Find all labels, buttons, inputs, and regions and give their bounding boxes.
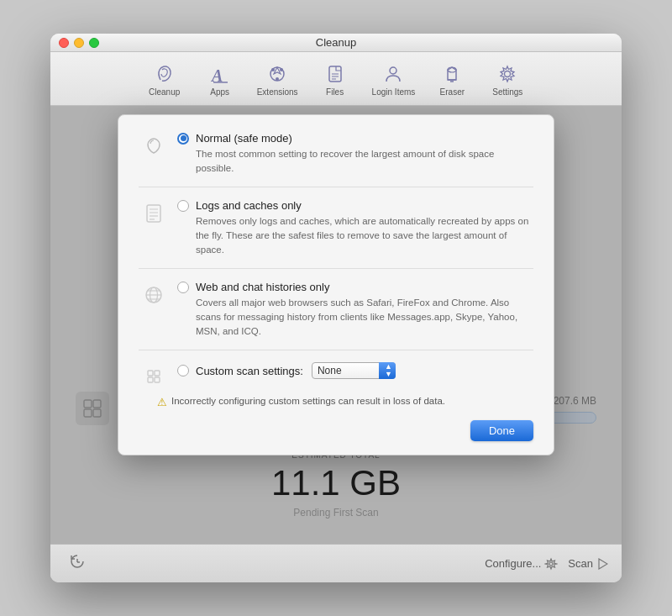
radio-logs[interactable] <box>177 200 189 212</box>
bottom-bar: Configure... Scan <box>50 544 622 582</box>
option-normal-body: Normal (safe mode) The most common setti… <box>177 132 533 175</box>
toolbar-label-apps: Apps <box>210 87 229 97</box>
toolbar-item-files[interactable]: Files <box>308 59 362 100</box>
toolbar: Cleanup A Apps Extensions <box>50 52 622 106</box>
svg-point-14 <box>505 71 511 77</box>
configure-icon <box>544 557 558 571</box>
warning-text: Incorrectly configuring custom settings … <box>171 396 445 406</box>
modal-footer: Done <box>139 420 533 441</box>
custom-select-wrapper: None Custom 1 Custom 2 ▲ ▼ <box>312 362 396 379</box>
custom-icon <box>139 364 169 389</box>
window-title: Cleanup <box>316 36 356 49</box>
toolbar-label-eraser: Eraser <box>440 87 465 97</box>
radio-normal[interactable] <box>177 133 189 145</box>
svg-rect-26 <box>155 371 160 376</box>
custom-title: Custom scan settings: <box>196 365 303 377</box>
svg-marker-36 <box>599 559 607 569</box>
toolbar-label-cleanup: Cleanup <box>149 87 180 97</box>
scan-play-icon <box>596 558 608 570</box>
normal-icon <box>139 134 169 159</box>
option-normal-title: Normal (safe mode) <box>196 132 292 145</box>
select-container: None Custom 1 Custom 2 ▲ ▼ <box>312 362 396 379</box>
toolbar-item-login-items[interactable]: Login Items <box>364 59 424 100</box>
traffic-lights <box>59 38 99 48</box>
svg-rect-27 <box>148 377 153 382</box>
svg-rect-25 <box>148 371 153 376</box>
svg-point-35 <box>549 562 553 566</box>
modal-dialog: Normal (safe mode) The most common setti… <box>118 114 554 455</box>
option-web-label-row: Web and chat histories only <box>177 281 533 293</box>
option-normal-label-row: Normal (safe mode) <box>177 132 533 145</box>
configure-label: Configure... <box>485 557 541 570</box>
option-web-desc: Covers all major web browsers such as Sa… <box>196 296 533 338</box>
option-custom-row: Custom scan settings: None Custom 1 Cust… <box>139 362 533 389</box>
svg-point-5 <box>276 77 279 81</box>
modal-overlay: Normal (safe mode) The most common setti… <box>50 106 622 544</box>
warning-icon: ⚠ <box>157 396 167 408</box>
option-normal: Normal (safe mode) The most common setti… <box>139 132 533 187</box>
option-web-body: Web and chat histories only Covers all m… <box>177 281 533 338</box>
close-button[interactable] <box>59 38 69 48</box>
done-button[interactable]: Done <box>470 420 533 441</box>
svg-point-10 <box>390 67 396 74</box>
titlebar: Cleanup <box>50 34 622 52</box>
scan-button[interactable]: Scan <box>568 557 608 570</box>
web-icon <box>139 282 169 308</box>
option-logs-title: Logs and caches only <box>196 199 302 212</box>
cleanup-icon <box>154 62 176 86</box>
scan-label: Scan <box>568 557 593 570</box>
svg-point-11 <box>448 67 456 72</box>
toolbar-item-settings[interactable]: Settings <box>480 59 534 100</box>
logs-icon <box>139 201 169 226</box>
toolbar-item-extensions[interactable]: Extensions <box>249 59 307 100</box>
extensions-icon <box>266 62 288 86</box>
option-custom-body: Custom scan settings: None Custom 1 Cust… <box>177 362 533 379</box>
app-window: Cleanup Cleanup A Apps <box>50 34 622 582</box>
main-content: Normal (safe mode) The most common setti… <box>50 106 622 544</box>
eraser-icon <box>441 62 463 86</box>
option-web: Web and chat histories only Covers all m… <box>139 281 533 350</box>
option-logs-label-row: Logs and caches only <box>177 199 533 212</box>
maximize-button[interactable] <box>89 38 99 48</box>
warning-row: ⚠ Incorrectly configuring custom setting… <box>157 396 533 408</box>
option-normal-desc: The most common setting to recover the l… <box>196 147 533 175</box>
files-icon <box>324 62 346 86</box>
apps-icon: A <box>209 62 231 86</box>
option-custom-wrapper: Custom scan settings: None Custom 1 Cust… <box>139 362 533 408</box>
option-logs: Logs and caches only Removes only logs a… <box>139 199 533 269</box>
custom-scan-select[interactable]: None Custom 1 Custom 2 <box>312 362 396 379</box>
radio-custom[interactable] <box>177 365 189 376</box>
bottom-right-controls: Configure... Scan <box>485 557 608 571</box>
toolbar-label-login-items: Login Items <box>372 87 416 97</box>
toolbar-item-apps[interactable]: A Apps <box>193 59 247 100</box>
toolbar-item-cleanup[interactable]: Cleanup <box>138 59 192 100</box>
svg-point-3 <box>271 68 275 71</box>
svg-rect-28 <box>155 377 160 382</box>
option-logs-body: Logs and caches only Removes only logs a… <box>177 199 533 256</box>
toolbar-label-files: Files <box>326 87 344 97</box>
option-web-title: Web and chat histories only <box>196 281 329 293</box>
radio-web[interactable] <box>177 282 189 293</box>
configure-button[interactable]: Configure... <box>485 557 558 571</box>
option-logs-desc: Removes only logs and caches, which are … <box>196 214 533 256</box>
minimize-button[interactable] <box>74 38 84 48</box>
login-items-icon <box>382 62 404 86</box>
toolbar-label-extensions: Extensions <box>257 87 298 97</box>
toolbar-item-eraser[interactable]: Eraser <box>425 59 479 100</box>
settings-icon <box>496 62 518 86</box>
toolbar-label-settings: Settings <box>492 87 522 97</box>
history-button[interactable] <box>64 551 91 576</box>
svg-point-4 <box>280 68 283 71</box>
custom-label-row: Custom scan settings: None Custom 1 Cust… <box>177 362 533 379</box>
